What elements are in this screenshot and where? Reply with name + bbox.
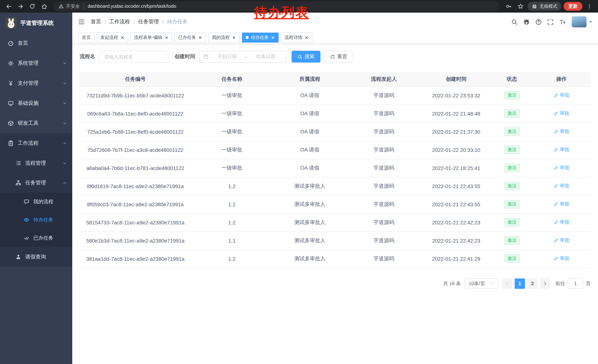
sidebar-item-process-mgmt[interactable]: 流程管理 [0, 153, 72, 173]
cell-create-time: 2022-01-22 21:48:48 [421, 105, 491, 122]
refresh-icon [330, 54, 335, 59]
sidebar-item-workflow[interactable]: 工作流程 [0, 133, 72, 153]
sidebar-item-my-process[interactable]: 我的流程 [0, 193, 72, 211]
user-menu[interactable] [572, 16, 592, 27]
page-button-2[interactable]: 2 [527, 278, 538, 289]
approve-link[interactable]: 审批 [554, 201, 569, 208]
sidebar-item-todo-tasks[interactable]: 待办任务 [0, 211, 72, 229]
tab-item[interactable]: 发起流程 [97, 32, 128, 42]
status-badge: 激活 [504, 200, 520, 209]
approve-link[interactable]: 审批 [554, 255, 569, 262]
search-icon[interactable] [511, 19, 518, 25]
breadcrumb-item[interactable]: 任务管理 [138, 18, 159, 25]
tab-item[interactable]: 已办任务 [174, 32, 206, 42]
chevron-down-icon [63, 81, 67, 86]
tab-item-active[interactable]: 待办任务 [242, 32, 279, 42]
sidebar-item-payment[interactable]: 支付管理 [0, 73, 72, 93]
sitemap-icon [15, 180, 22, 186]
table-row: 8f0d1619-7ac8-11ec-a9e2-a2380e71991a 1.2… [80, 177, 590, 195]
approve-link[interactable]: 审批 [554, 183, 569, 189]
sidebar-item-task-mgmt[interactable]: 任务管理 [0, 173, 72, 193]
sidebar-item-label: 系统管理 [18, 60, 39, 67]
chevron-up-icon [63, 180, 67, 185]
update-button[interactable]: 更新 [564, 2, 582, 11]
search-button[interactable]: 搜索 [291, 51, 321, 63]
date-range-picker[interactable]: 开始日期 - 结束日期 [199, 51, 287, 63]
approve-link[interactable]: 审批 [554, 128, 569, 135]
update-label: 更新 [568, 3, 578, 9]
tab-item[interactable]: 我的流程 [208, 32, 240, 42]
process-name-input[interactable] [99, 51, 168, 63]
forward-icon[interactable] [16, 1, 25, 11]
sidebar-item-leave-query[interactable]: 请假查询 [0, 247, 72, 267]
browser-menu-icon[interactable] [585, 1, 594, 11]
site-security[interactable]: 不安全 [58, 3, 84, 9]
fullscreen-icon[interactable] [547, 19, 554, 25]
approve-label: 审批 [560, 128, 569, 135]
url-text: dashboard.yudao.iocoder.cn/bpm/task/todo [88, 4, 176, 9]
cell-action: 审批 [532, 159, 591, 177]
tab-close-icon[interactable] [305, 35, 309, 40]
github-icon[interactable] [523, 18, 530, 25]
status-badge: 激活 [504, 164, 520, 172]
sidebar-item-infra[interactable]: 基础设施 [0, 93, 72, 113]
refresh-icon[interactable] [27, 1, 37, 11]
clipboard-icon [8, 140, 14, 146]
cell-action: 审批 [532, 86, 591, 105]
bookmark-star-icon[interactable] [516, 1, 525, 11]
page-size-select[interactable]: 10条/页 [465, 278, 498, 289]
approve-link[interactable]: 审批 [554, 237, 569, 244]
font-size-icon[interactable] [559, 19, 566, 25]
tab-close-icon[interactable] [198, 35, 202, 40]
sidebar-item-home[interactable]: 首页 [0, 33, 72, 53]
cell-process: 测试多审批人 [273, 177, 347, 195]
approve-link[interactable]: 审批 [554, 219, 569, 226]
tab-close-icon[interactable] [232, 35, 236, 40]
chevron-down-icon [63, 61, 67, 65]
cell-process: 测试多审批人 [273, 231, 347, 250]
page-button-1[interactable]: 1 [515, 278, 525, 289]
breadcrumb-item[interactable]: 首页 [91, 18, 101, 25]
edit-pencil-icon [554, 220, 558, 225]
approve-link[interactable]: 审批 [554, 146, 569, 153]
edit-pencil-icon [554, 111, 558, 116]
avatar[interactable] [572, 16, 587, 27]
approve-link[interactable]: 审批 [554, 92, 569, 99]
tab-close-icon[interactable] [165, 35, 169, 40]
reset-button-label: 重置 [337, 53, 347, 60]
breadcrumb-separator: / [105, 19, 106, 25]
cell-create-time: 2022-01-21 22:43:55 [421, 195, 491, 213]
tab-label: 首页 [82, 34, 91, 40]
tab-close-icon[interactable] [120, 35, 125, 40]
app-logo-row[interactable]: 芋道管理系统 [0, 13, 72, 33]
cell-status: 激活 [491, 159, 532, 177]
cell-task-name: 一级审批 [191, 159, 273, 177]
cell-task-name: 1.2 [191, 177, 273, 195]
pager: 12 [515, 278, 538, 289]
approve-link[interactable]: 审批 [554, 165, 569, 171]
help-icon[interactable] [535, 19, 542, 25]
sidebar-item-devtools[interactable]: 研发工具 [0, 113, 72, 133]
approve-link[interactable]: 审批 [554, 110, 569, 117]
breadcrumb-item[interactable]: 工作流程 [109, 18, 130, 25]
sidebar-item-label: 已办任务 [33, 235, 53, 241]
tab-close-icon[interactable] [271, 35, 275, 40]
sidebar-item-done-tasks[interactable]: 已办任务 [0, 229, 72, 247]
gear-icon [8, 60, 14, 66]
back-icon[interactable] [4, 1, 13, 11]
tab-item[interactable]: 流程表单-编辑 [130, 32, 172, 42]
key-icon[interactable] [504, 1, 514, 11]
cell-starter: 芋道源码 [347, 105, 421, 122]
tab-item[interactable]: 流程详情 [281, 32, 312, 42]
cell-process: OA 请假 [273, 159, 347, 177]
goto-page-input[interactable] [568, 278, 583, 289]
reset-button[interactable]: 重置 [324, 51, 353, 63]
menu-fold-icon[interactable] [78, 18, 85, 25]
next-page-button[interactable] [540, 278, 550, 289]
home-icon[interactable] [39, 1, 49, 11]
sidebar-item-system[interactable]: 系统管理 [0, 53, 72, 73]
cell-create-time: 2022-01-22 18:25:41 [421, 159, 491, 177]
prev-page-button[interactable] [502, 278, 512, 289]
tab-item[interactable]: 首页 [78, 32, 94, 42]
cell-task-name: 一级审批 [191, 105, 273, 122]
